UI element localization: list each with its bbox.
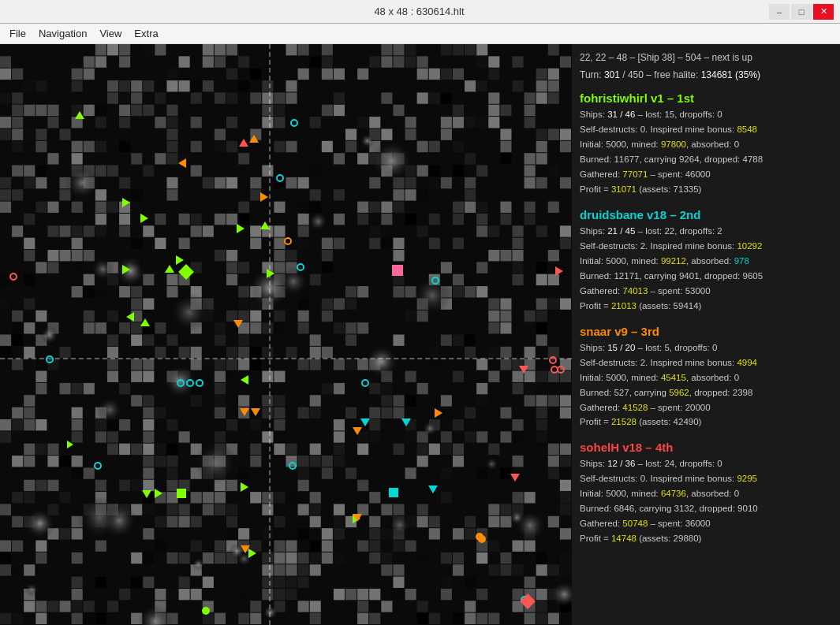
player-block-4: sohelH v18 – 4th Ships: 12 / 36 – lost: … bbox=[580, 441, 832, 546]
shape-cyan-8 bbox=[186, 379, 194, 387]
shape-orange-8 bbox=[353, 427, 362, 435]
shape-green-4 bbox=[237, 224, 245, 233]
shape-pink-dropoff bbox=[392, 265, 403, 276]
player-block-3: snaar v9 – 3rd Ships: 15 / 20 – lost: 5,… bbox=[580, 325, 832, 430]
shape-orange-5 bbox=[233, 320, 243, 328]
menubar: File Navigation View Extra bbox=[0, 24, 840, 44]
shape-green-5 bbox=[176, 255, 184, 265]
shape-green-2 bbox=[122, 198, 130, 207]
shape-red-5 bbox=[519, 366, 528, 374]
shape-orange-3 bbox=[260, 192, 268, 202]
shape-green-12 bbox=[241, 375, 248, 385]
player-2-stats: Ships: 21 / 45 – lost: 22, dropoffs: 2 S… bbox=[580, 224, 832, 314]
player-2-name: druidsbane v18 – 2nd bbox=[580, 208, 832, 221]
shape-cyan-7 bbox=[177, 379, 185, 387]
shape-green-1 bbox=[75, 111, 84, 119]
shape-cyan-4 bbox=[431, 277, 439, 285]
shape-red-8 bbox=[557, 366, 565, 374]
shape-green-10 bbox=[260, 221, 270, 229]
player-block-1: fohristiwhirl v1 – 1st Ships: 31 / 46 – … bbox=[580, 91, 832, 197]
shape-cyan-13 bbox=[94, 462, 102, 470]
player-3-name: snaar v9 – 3rd bbox=[580, 325, 832, 338]
shape-cyan-10 bbox=[360, 419, 370, 426]
shape-orange-11 bbox=[241, 545, 250, 553]
shape-green-tri-small bbox=[67, 441, 73, 448]
shape-orange-6 bbox=[251, 408, 260, 416]
shape-green-8 bbox=[126, 312, 134, 322]
shape-orange-9 bbox=[435, 408, 442, 418]
turn-info: Turn: 301 / 450 – free halite: 134681 (3… bbox=[580, 68, 832, 82]
shape-green-13 bbox=[155, 489, 162, 498]
shape-cyan-12 bbox=[389, 488, 398, 497]
titlebar: 48 x 48 : 630614.hlt – □ ✕ bbox=[0, 0, 840, 24]
menu-file[interactable]: File bbox=[3, 25, 32, 42]
player-block-2: druidsbane v18 – 2nd Ships: 21 / 45 – lo… bbox=[580, 208, 832, 314]
shape-orange-4 bbox=[284, 237, 292, 245]
shape-orange-1 bbox=[249, 135, 259, 143]
shape-orange-2 bbox=[178, 158, 186, 168]
shape-red-4 bbox=[549, 356, 557, 364]
close-button[interactable]: ✕ bbox=[813, 4, 834, 20]
shape-green-17 bbox=[202, 607, 210, 615]
maximize-button[interactable]: □ bbox=[791, 4, 812, 20]
shape-cyan-14 bbox=[289, 462, 297, 470]
shape-cyan-1 bbox=[290, 119, 298, 127]
player-1-stats: Ships: 31 / 46 – lost: 15, dropoffs: 0 S… bbox=[580, 107, 832, 197]
shape-green-9 bbox=[140, 318, 150, 326]
crosshair-vertical bbox=[269, 44, 271, 625]
shape-green-11 bbox=[267, 269, 274, 278]
player-4-stats: Ships: 12 / 36 – lost: 24, dropoffs: 0 S… bbox=[580, 456, 832, 546]
shape-orange-10 bbox=[353, 514, 362, 522]
shape-green-7 bbox=[122, 265, 130, 274]
shape-orange-7 bbox=[240, 408, 249, 416]
shape-orange-circle bbox=[478, 535, 486, 543]
shape-green-3 bbox=[140, 214, 148, 223]
player-1-name: fohristiwhirl v1 – 1st bbox=[580, 91, 832, 105]
shape-cyan-9 bbox=[196, 379, 203, 387]
minimize-button[interactable]: – bbox=[769, 4, 790, 20]
crosshair-horizontal bbox=[0, 358, 572, 359]
menu-navigation[interactable]: Navigation bbox=[32, 25, 93, 42]
shape-red-3 bbox=[555, 266, 563, 276]
window-controls: – □ ✕ bbox=[769, 4, 834, 20]
info-panel: 22, 22 – 48 – [Ship 38] – 504 – next is … bbox=[572, 44, 840, 625]
game-canvas[interactable] bbox=[0, 44, 572, 625]
shape-red-2 bbox=[9, 273, 17, 281]
menu-view[interactable]: View bbox=[93, 25, 128, 42]
position-info: 22, 22 – 48 – [Ship 38] – 504 – next is … bbox=[580, 50, 832, 65]
shape-green-sq bbox=[177, 489, 186, 498]
shape-cyan-6 bbox=[361, 379, 369, 387]
shape-green-14 bbox=[241, 482, 248, 492]
shape-green-6 bbox=[165, 265, 174, 273]
shape-cyan-2 bbox=[276, 174, 284, 182]
player-4-name: sohelH v18 – 4th bbox=[580, 441, 832, 454]
player-3-stats: Ships: 15 / 20 – lost: 5, dropoffs: 0 Se… bbox=[580, 340, 832, 430]
shape-cyan-11 bbox=[401, 419, 411, 426]
shape-cyan-down2 bbox=[428, 485, 438, 493]
shape-cyan-3 bbox=[297, 263, 304, 271]
shape-cyan-5 bbox=[46, 355, 54, 363]
shape-green-tri-sq bbox=[142, 490, 151, 498]
shape-green-dropoff bbox=[181, 266, 192, 277]
shape-red-1 bbox=[239, 139, 248, 147]
window-title: 48 x 48 : 630614.hlt bbox=[69, 6, 769, 17]
shape-red-7 bbox=[510, 474, 520, 482]
shape-red-dropoff bbox=[522, 596, 533, 607]
main-area: 22, 22 – 48 – [Ship 38] – 504 – next is … bbox=[0, 44, 840, 625]
menu-extra[interactable]: Extra bbox=[128, 25, 164, 42]
